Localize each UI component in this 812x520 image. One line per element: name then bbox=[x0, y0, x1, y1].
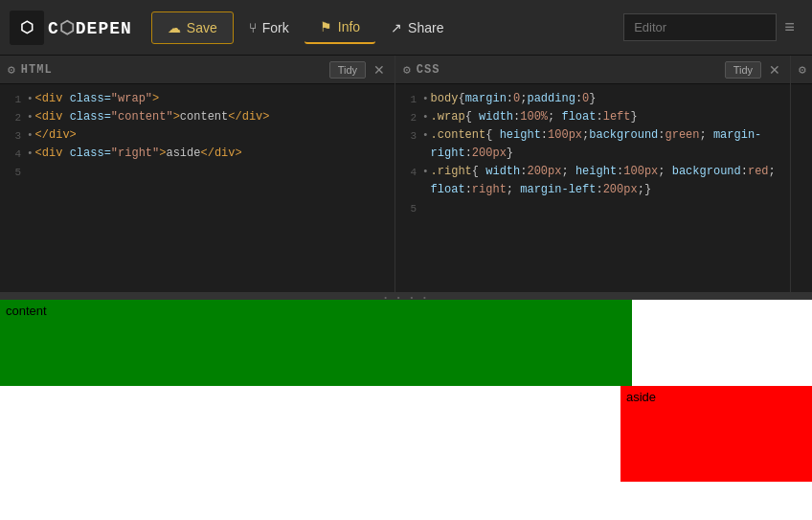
preview-content-text: content bbox=[6, 304, 47, 318]
preview-aside-text: aside bbox=[626, 390, 656, 404]
js-panel: ⚙ JS bbox=[791, 56, 812, 292]
code-line: 1 • body{margin:0;padding:0} bbox=[399, 90, 786, 108]
html-code-body: 1 • <div class="wrap"> 2 • <div class="c… bbox=[0, 84, 395, 292]
code-line: 5 bbox=[4, 163, 391, 181]
code-line: 3 • right:200px} bbox=[399, 145, 786, 163]
logo: ⬡ C⬡DEPEN bbox=[10, 11, 132, 45]
fork-label: Fork bbox=[262, 20, 289, 35]
js-code-body bbox=[791, 84, 812, 292]
css-panel-title: CSS bbox=[417, 63, 719, 77]
js-gear-icon[interactable]: ⚙ bbox=[799, 62, 806, 78]
svg-text:⬡: ⬡ bbox=[20, 20, 34, 37]
code-line: 2 • <div class="content">content</div> bbox=[4, 108, 391, 126]
css-gear-icon[interactable]: ⚙ bbox=[403, 62, 411, 78]
code-line: 4 • <div class="right">aside</div> bbox=[4, 145, 391, 163]
logo-icon: ⬡ bbox=[10, 11, 44, 45]
html-panel: ⚙ HTML Tidy ✕ 1 • <div class="wrap"> 2 •… bbox=[0, 56, 395, 292]
html-gear-icon[interactable]: ⚙ bbox=[8, 62, 15, 78]
info-button[interactable]: ⚑ Info bbox=[304, 11, 375, 44]
code-line: 5 bbox=[399, 199, 786, 217]
preview-wrapper: content aside bbox=[0, 300, 812, 520]
js-panel-header: ⚙ JS bbox=[791, 56, 812, 84]
info-icon: ⚑ bbox=[320, 19, 332, 34]
fork-icon: ⑂ bbox=[249, 20, 257, 35]
html-tidy-button[interactable]: Tidy bbox=[329, 61, 366, 79]
html-panel-header: ⚙ HTML Tidy ✕ bbox=[0, 56, 395, 84]
share-label: Share bbox=[408, 20, 443, 35]
css-tidy-button[interactable]: Tidy bbox=[725, 61, 761, 79]
menu-icon[interactable]: ≡ bbox=[777, 12, 802, 43]
info-label: Info bbox=[338, 19, 360, 34]
share-button[interactable]: ↗ Share bbox=[375, 12, 459, 43]
main-content: ⚙ HTML Tidy ✕ 1 • <div class="wrap"> 2 •… bbox=[0, 56, 812, 520]
preview-content-block: content bbox=[0, 300, 632, 386]
editor-area: ⚙ HTML Tidy ✕ 1 • <div class="wrap"> 2 •… bbox=[0, 56, 812, 295]
css-panel: ⚙ CSS Tidy ✕ 1 • body{margin:0;padding:0… bbox=[395, 56, 791, 292]
code-line: 2 • .wrap{ width:100%; float:left} bbox=[399, 108, 786, 126]
html-close-button[interactable]: ✕ bbox=[372, 62, 387, 78]
code-line: 4 • float:right; margin-left:200px;} bbox=[399, 181, 786, 199]
editor-input[interactable] bbox=[623, 13, 777, 41]
fork-button[interactable]: ⑂ Fork bbox=[234, 12, 304, 43]
save-label: Save bbox=[187, 20, 217, 35]
css-code-body: 1 • body{margin:0;padding:0} 2 • .wrap{ … bbox=[395, 84, 790, 292]
logo-text: C⬡DEPEN bbox=[48, 17, 132, 38]
share-icon: ↗ bbox=[391, 20, 402, 35]
code-line: 4 • .right{ width:200px; height:100px; b… bbox=[399, 163, 786, 181]
html-panel-title: HTML bbox=[21, 63, 324, 77]
save-icon: ☁ bbox=[168, 20, 181, 35]
top-nav: ⬡ C⬡DEPEN ☁ Save ⑂ Fork ⚑ Info ↗ Share ≡ bbox=[0, 0, 812, 56]
save-button[interactable]: ☁ Save bbox=[151, 11, 234, 44]
css-close-button[interactable]: ✕ bbox=[767, 62, 782, 78]
code-line: 3 • .content{ height:100px;background:gr… bbox=[399, 126, 786, 145]
css-panel-header: ⚙ CSS Tidy ✕ bbox=[395, 56, 790, 84]
code-line: 3 • </div> bbox=[4, 126, 391, 145]
preview-aside-block: aside bbox=[620, 386, 812, 482]
code-line: 1 • <div class="wrap"> bbox=[4, 90, 391, 108]
